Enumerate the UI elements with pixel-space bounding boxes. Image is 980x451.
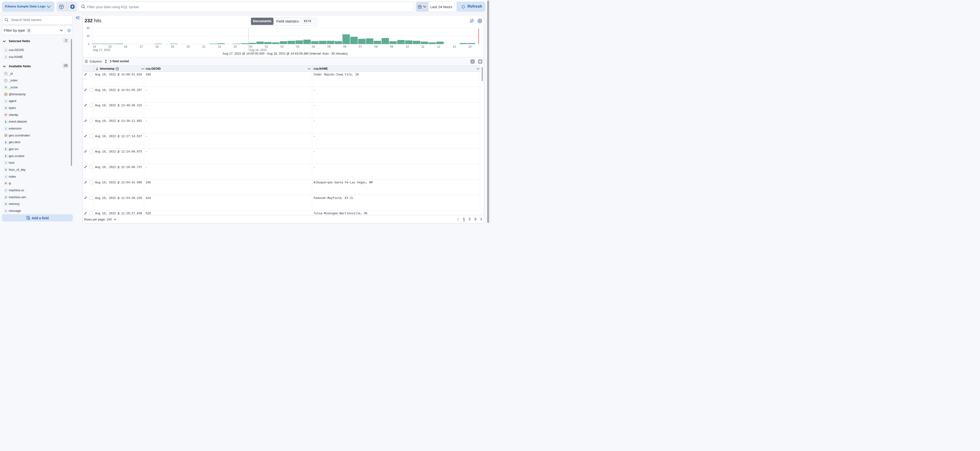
svg-text:01: 01	[265, 45, 268, 48]
svg-text:07: 07	[359, 45, 362, 48]
svg-text:19: 19	[171, 45, 174, 48]
svg-text:Aug 17, 2022: Aug 17, 2022	[93, 48, 110, 52]
svg-text:05: 05	[328, 45, 331, 48]
svg-text:14: 14	[468, 45, 472, 48]
svg-text:Aug 18, 2022: Aug 18, 2022	[249, 48, 267, 52]
svg-text:15: 15	[108, 45, 112, 48]
svg-text:13: 13	[453, 45, 456, 48]
svg-text:06: 06	[343, 45, 347, 48]
svg-text:02: 02	[280, 45, 284, 48]
svg-text:40: 40	[87, 27, 90, 29]
svg-text:20: 20	[187, 45, 190, 48]
svg-text:17: 17	[140, 45, 143, 48]
svg-text:18: 18	[155, 45, 159, 48]
svg-text:12: 12	[437, 45, 440, 48]
svg-text:22: 22	[218, 45, 221, 48]
svg-text:11: 11	[422, 45, 425, 48]
svg-text:?: ?	[5, 73, 6, 75]
svg-text:10: 10	[406, 45, 409, 48]
svg-text:08: 08	[374, 45, 378, 48]
svg-text:20: 20	[87, 35, 90, 37]
svg-text:0: 0	[88, 43, 89, 46]
svg-text:16: 16	[124, 45, 127, 48]
svg-text:21: 21	[202, 45, 205, 48]
svg-text:23: 23	[234, 45, 237, 48]
svg-text:00: 00	[249, 45, 253, 48]
svg-text:03: 03	[296, 45, 299, 48]
svg-text:04: 04	[312, 45, 315, 48]
svg-text:09: 09	[390, 45, 393, 48]
svg-text:14: 14	[92, 45, 96, 48]
svg-text:?: ?	[5, 79, 6, 82]
